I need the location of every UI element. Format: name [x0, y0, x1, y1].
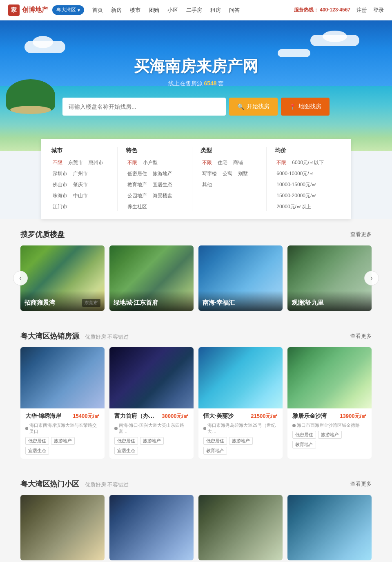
community-card[interactable] — [287, 495, 372, 560]
property-card[interactable]: 绿地城·江东首府 — [109, 245, 194, 311]
quality-more-link[interactable]: 查看更多 — [350, 231, 372, 238]
property-tag: 教育地产 — [292, 441, 316, 448]
nav-market[interactable]: 楼市 — [130, 7, 140, 14]
nav-community[interactable]: 小区 — [167, 7, 178, 14]
filter-tag[interactable]: 不限 — [275, 158, 288, 167]
filter-tag[interactable]: 海景楼盘 — [151, 192, 174, 200]
filter-feature-title: 特色 — [126, 147, 184, 154]
community-card[interactable] — [198, 495, 283, 560]
property-card[interactable]: 东莞市 招商雍景湾 — [20, 245, 105, 311]
community-section: 粤大湾区热门小区 优质好房 不容错过 查看更多 — [0, 469, 392, 562]
filter-tag[interactable]: 宜居生态 — [151, 181, 174, 189]
hot-property-card[interactable]: 恒大·美丽沙 21500元/㎡ 海口市海秀岛碧海大道29号（世纪大… 低密居住旅… — [198, 347, 283, 459]
filter-tag[interactable]: 6000-10000元/㎡ — [275, 169, 315, 178]
filter-tag[interactable]: 教育地产 — [126, 181, 149, 189]
filter-tag[interactable]: 公园地产 — [126, 192, 149, 200]
filter-type-tags: 不限住宅商铺写字楼公寓别墅其他 — [200, 158, 258, 189]
filter-tag[interactable]: 东莞市 — [67, 158, 85, 167]
nav-newhouse[interactable]: 新房 — [111, 7, 122, 14]
filter-tag[interactable]: 别墅 — [236, 169, 249, 178]
hero-subtitle: 线上在售房源 6548 套 — [62, 80, 330, 87]
filter-tag[interactable]: 商铺 — [232, 158, 245, 167]
property-overlay: 观澜湖·九里 — [287, 291, 372, 311]
filter-tag[interactable]: 公寓 — [221, 169, 234, 178]
hot-card-tags: 低密居住旅游地产教育地产 — [292, 431, 367, 448]
property-card[interactable]: 观澜湖·九里 — [287, 245, 372, 311]
nav-home[interactable]: 首页 — [92, 7, 103, 14]
filter-tag[interactable]: 住宅 — [216, 158, 229, 167]
register-button[interactable]: 注册 — [356, 7, 367, 14]
filter-type-title: 类型 — [200, 147, 258, 154]
nav-secondhand[interactable]: 二手房 — [186, 7, 202, 14]
filter-tag[interactable]: 中山市 — [71, 192, 89, 200]
hot-card-image — [287, 347, 372, 408]
filter-tag[interactable]: 写字楼 — [200, 169, 218, 178]
property-card[interactable]: 南海·幸福汇 — [198, 245, 283, 311]
filter-tag[interactable]: 佛山市 — [51, 181, 69, 189]
filter-tag[interactable]: 不限 — [51, 158, 64, 167]
search-icon: 🔍 — [237, 103, 244, 110]
nav-rent[interactable]: 租房 — [210, 7, 221, 14]
filter-tag[interactable]: 不限 — [200, 158, 214, 167]
hot-card-image — [198, 347, 283, 408]
location-icon — [25, 427, 28, 430]
hot-grid: 大华·锦绣海岸 15400元/㎡ 海口市西海岸滨海大道与长荣路交叉口 低密居住旅… — [20, 347, 372, 459]
filter-tag[interactable]: 广州市 — [71, 169, 89, 178]
community-image — [20, 495, 105, 560]
hot-card-price: 13900元/㎡ — [340, 413, 367, 420]
region-select[interactable]: 粤大湾区 ▾ — [52, 5, 84, 15]
filter-tag[interactable]: 惠州市 — [87, 158, 105, 167]
filter-tag[interactable]: 江门市 — [51, 203, 69, 211]
filter-tag[interactable]: 小户型 — [141, 158, 159, 167]
community-card[interactable] — [109, 495, 194, 560]
map-button[interactable]: 📍 地图找房 — [281, 98, 330, 116]
property-overlay: 绿地城·江东首府 — [109, 291, 194, 311]
hot-card-image — [20, 347, 105, 408]
hot-card-body: 大华·锦绣海岸 15400元/㎡ 海口市西海岸滨海大道与长荣路交叉口 低密居住旅… — [20, 408, 105, 459]
property-image: 绿地城·江东首府 — [109, 245, 194, 311]
chevron-down-icon: ▾ — [78, 7, 80, 13]
hot-section-title-area: 粤大湾区热销房源 优质好房 不容错过 — [20, 331, 129, 341]
filter-city-col: 城市 不限东莞市惠州市深圳市广州市佛山市肇庆市珠海市中山市江门市 — [51, 147, 118, 211]
property-overlay: 南海·幸福汇 — [198, 291, 283, 311]
filter-tag[interactable]: 不限 — [126, 158, 139, 167]
property-tag: 低密居住 — [25, 437, 49, 445]
community-more-link[interactable]: 查看更多 — [350, 480, 372, 488]
filter-price-title: 均价 — [275, 147, 333, 154]
filter-tag[interactable]: 10000-15000元/㎡ — [275, 181, 318, 189]
filter-city-title: 城市 — [51, 147, 109, 154]
filter-tag[interactable]: 肇庆市 — [71, 181, 89, 189]
filter-tag[interactable]: 深圳市 — [51, 169, 69, 178]
community-card[interactable] — [20, 495, 105, 560]
carousel-prev-button[interactable]: ‹ — [13, 271, 28, 285]
hot-section-header: 粤大湾区热销房源 优质好房 不容错过 查看更多 — [20, 331, 372, 341]
hot-card-body: 雅居乐金沙湾 13900元/㎡ 海口市西海岸金沙湾区域金德路 低密居住旅游地产教… — [287, 408, 372, 453]
hot-more-link[interactable]: 查看更多 — [350, 332, 372, 340]
search-input[interactable] — [62, 98, 226, 116]
filter-tag[interactable]: 15000-20000元/㎡ — [275, 192, 318, 200]
filter-tag[interactable]: 20000元/㎡以上 — [275, 203, 313, 211]
hot-property-card[interactable]: 大华·锦绣海岸 15400元/㎡ 海口市西海岸滨海大道与长荣路交叉口 低密居住旅… — [20, 347, 105, 459]
filter-tag[interactable]: 其他 — [200, 181, 214, 189]
nav-group[interactable]: 团购 — [149, 7, 159, 14]
hot-property-card[interactable]: 富力首府（办… 30000元/㎡ 南海·海口·国兴大道大英山东四路富… 低密居住… — [109, 347, 194, 459]
community-image — [198, 495, 283, 560]
carousel-next-button[interactable]: › — [364, 271, 379, 285]
nav-qa[interactable]: 问答 — [229, 7, 240, 14]
property-name: 招商雍景湾 — [24, 299, 100, 307]
filter-tag[interactable]: 养生社区 — [126, 203, 149, 211]
hero-section: 买海南房来房产网 线上在售房源 6548 套 🔍 开始找房 📍 地图找房 — [0, 20, 392, 151]
search-button[interactable]: 🔍 开始找房 — [229, 98, 278, 116]
hot-property-card[interactable]: 雅居乐金沙湾 13900元/㎡ 海口市西海岸金沙湾区域金德路 低密居住旅游地产教… — [287, 347, 372, 459]
cloud-2 — [310, 35, 359, 46]
location-icon — [292, 424, 296, 427]
filter-tag[interactable]: 珠海市 — [51, 192, 69, 200]
hot-card-price: 21500元/㎡ — [251, 413, 278, 420]
filter-tag[interactable]: 旅游地产 — [151, 169, 174, 178]
filter-tag[interactable]: 低密居住 — [126, 169, 149, 178]
filter-tag[interactable]: 6000元/㎡以下 — [290, 158, 325, 167]
community-section-header: 粤大湾区热门小区 优质好房 不容错过 查看更多 — [20, 479, 372, 489]
login-button[interactable]: 登录 — [373, 7, 384, 14]
header: 家 创博地产 粤大湾区 ▾ 首页 新房 楼市 团购 小区 二手房 租房 问答 服… — [0, 0, 392, 20]
community-image — [287, 495, 372, 560]
